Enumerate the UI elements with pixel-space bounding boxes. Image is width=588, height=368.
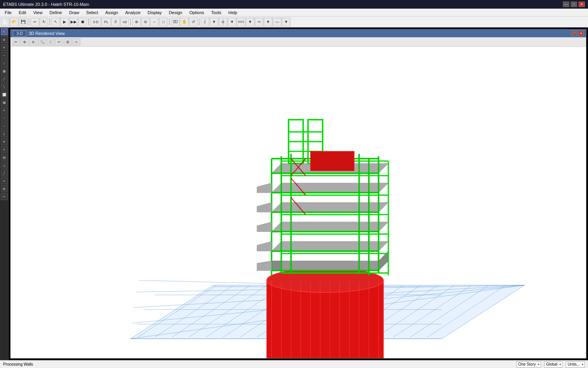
tool-scissors[interactable]: ✂ — [1, 193, 8, 200]
status-message: Processing Walls — [3, 362, 33, 366]
toolbar-stop[interactable]: ⏹ — [78, 18, 87, 26]
tool-floor[interactable]: ≋ — [1, 138, 8, 145]
toolbar-run[interactable]: ▶ — [60, 18, 69, 26]
tool-shell[interactable]: ≡ — [1, 146, 8, 153]
toolbar-display4[interactable]: ═ — [255, 18, 263, 26]
view-tab[interactable]: 3-D — [13, 31, 26, 36]
toolbar-drop3[interactable]: ▼ — [246, 18, 254, 26]
view-close[interactable]: ✕ — [578, 31, 584, 36]
toolbar-hash[interactable]: # — [111, 18, 120, 26]
cylindrical-base — [267, 268, 383, 358]
toolbar-3d[interactable]: 3-D — [90, 18, 101, 26]
toolbar-drop4[interactable]: ▼ — [264, 18, 272, 26]
tool-circle[interactable]: ○ — [1, 115, 8, 122]
tool-frame[interactable]: ⬜ — [1, 91, 8, 98]
toolbar-redo[interactable]: ↻ — [40, 18, 48, 26]
tool-line[interactable]: ─ — [1, 52, 8, 59]
toolbar-drop5[interactable]: ▼ — [282, 18, 290, 26]
menu-tools[interactable]: Tools — [208, 10, 225, 15]
toolbar-zoom-rect[interactable]: □ — [159, 18, 168, 26]
menu-display[interactable]: Display — [145, 10, 165, 15]
toolbar-drop1[interactable]: ▼ — [210, 18, 218, 26]
menu-edit[interactable]: Edit — [16, 10, 29, 15]
tool-diag1[interactable]: ╱ — [1, 75, 8, 82]
vtb-zoom-in[interactable]: ⊕ — [21, 38, 29, 46]
tool-rect[interactable]: □ — [1, 60, 8, 67]
menu-analyze[interactable]: Analyze — [122, 10, 143, 15]
menu-draw[interactable]: Draw — [66, 10, 82, 15]
app-title: ETABS Ultimate 20.3.0 - Haleh STR-10-Mai… — [3, 2, 89, 7]
view-titlebar: 3-D 3D Rendered View 📌 ✕ — [11, 29, 586, 37]
toolbar-display3[interactable]: SSS — [237, 18, 245, 26]
vtb-zoom-out[interactable]: ⊖ — [29, 38, 37, 46]
main-toolbar: 📄 📂 💾 ↩ ↻ ↖ ▶ ▶▶ ⏹ 3-D PL # nd ⊕ ⊖ ↔ □ 3… — [0, 16, 588, 27]
vtb-wave[interactable]: ∿ — [73, 38, 80, 46]
toolbar-pan[interactable]: ✋ — [180, 18, 189, 26]
tool-select[interactable]: ↖ — [1, 28, 8, 35]
toolbar-new[interactable]: 📄 — [1, 18, 9, 26]
tool-section[interactable]: ≡ — [1, 107, 8, 114]
vtb-grid[interactable]: ⊞ — [64, 38, 72, 46]
vtb-zoom-rect[interactable]: □ — [47, 38, 54, 46]
toolbar-display1[interactable]: ┤ — [201, 18, 209, 26]
toolbar-persp[interactable]: 3D — [171, 18, 180, 26]
toolbar-undo[interactable]: ↩ — [31, 18, 39, 26]
toolbar-run2[interactable]: ▶▶ — [69, 18, 78, 26]
coord-dropdown[interactable]: Global — [544, 361, 563, 368]
toolbar-sep6 — [199, 18, 200, 26]
menu-view[interactable]: View — [30, 10, 46, 15]
menu-select[interactable]: Select — [83, 10, 102, 15]
svg-marker-48 — [272, 202, 388, 212]
toolbar-pointer[interactable]: ↖ — [51, 18, 60, 26]
toolbar-save[interactable]: 💾 — [19, 18, 27, 26]
tool-diag2[interactable]: ╲ — [1, 83, 8, 90]
tool-edge[interactable]: ─ — [1, 122, 8, 129]
tool-wall[interactable]: ┤ — [1, 130, 8, 137]
minimize-button[interactable]: — — [563, 2, 569, 7]
tool-mesh[interactable]: ▦ — [1, 99, 8, 106]
svg-rect-79 — [310, 151, 354, 171]
tool-delete[interactable]: ✕ — [1, 44, 8, 51]
toolbar-zoom-fit[interactable]: ↔ — [150, 18, 159, 26]
vtb-zoom-fit[interactable]: 🔍 — [38, 38, 46, 46]
toolbar-drop2[interactable]: ▼ — [228, 18, 236, 26]
status-right: One Story Global Units... — [516, 361, 585, 368]
tool-load[interactable]: △ — [1, 162, 8, 169]
toolbar-open[interactable]: 📂 — [10, 18, 18, 26]
toolbar-zoom-out[interactable]: ⊖ — [141, 18, 150, 26]
svg-marker-51 — [272, 261, 281, 271]
toolbar-sep4 — [130, 18, 131, 26]
vtb-draw[interactable]: ✏ — [12, 38, 20, 46]
view-pin[interactable]: 📌 — [571, 31, 577, 36]
menu-define[interactable]: Define — [46, 10, 65, 15]
toolbar-pl[interactable]: PL — [102, 18, 111, 26]
story-dropdown[interactable]: One Story — [516, 361, 541, 368]
tool-grid[interactable]: ▦ — [1, 67, 8, 75]
tool-array[interactable]: ⊞ — [1, 185, 8, 192]
tool-table[interactable]: ▤ — [1, 154, 8, 161]
tool-add[interactable]: ⊕ — [1, 36, 8, 43]
tool-hatch[interactable]: ═ — [1, 177, 8, 184]
status-bar: Processing Walls One Story Global Units.… — [0, 360, 588, 368]
menu-help[interactable]: Help — [225, 10, 241, 15]
toolbar-sep1 — [29, 18, 29, 26]
title-bar: ETABS Ultimate 20.3.0 - Haleh STR-10-Mai… — [0, 0, 588, 9]
close-button[interactable]: ✕ — [579, 2, 585, 7]
svg-marker-47 — [272, 222, 388, 232]
units-dropdown[interactable]: Units... — [566, 361, 585, 368]
3d-canvas[interactable] — [11, 47, 586, 358]
menu-options[interactable]: Options — [186, 10, 207, 15]
toolbar-display2[interactable]: ╪ — [219, 18, 227, 26]
tool-diag3[interactable]: ╱ — [1, 169, 8, 177]
toolbar-display5[interactable]: — — [273, 18, 281, 26]
view-title: 3D Rendered View — [29, 31, 65, 36]
vtb-undo[interactable]: ↩ — [55, 38, 63, 46]
toolbar-rotate[interactable]: ↺ — [189, 18, 198, 26]
content-area: 3-D 3D Rendered View 📌 ✕ ✏ ⊕ ⊖ 🔍 □ ↩ ⊞ ∿ — [9, 27, 588, 360]
menu-assign[interactable]: Assign — [102, 10, 121, 15]
menu-design[interactable]: Design — [166, 10, 185, 15]
maximize-button[interactable]: □ — [571, 2, 577, 7]
toolbar-zoom-in[interactable]: ⊕ — [132, 18, 141, 26]
menu-file[interactable]: File — [2, 10, 15, 15]
toolbar-nd[interactable]: nd — [120, 18, 129, 26]
